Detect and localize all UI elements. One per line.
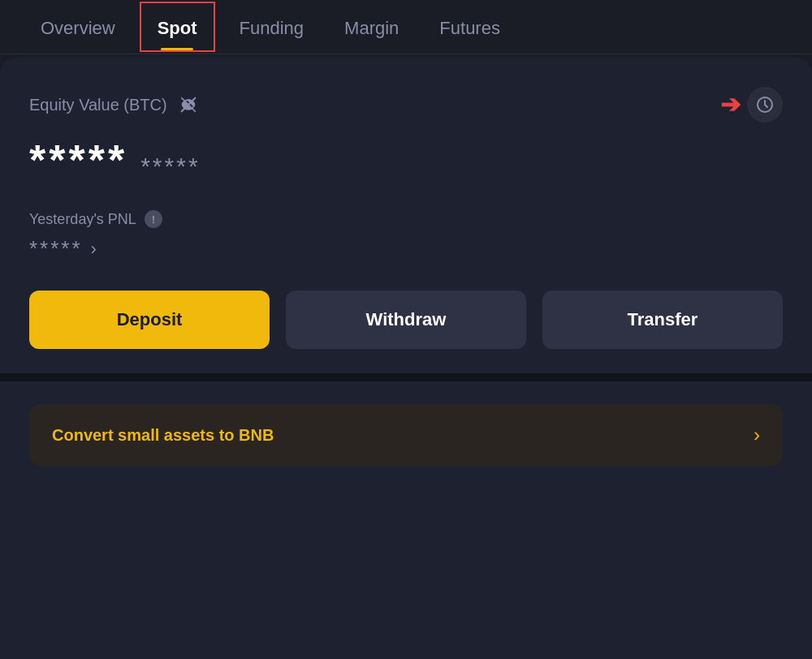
info-icon-text: !: [152, 213, 155, 226]
equity-header: Equity Value (BTC) ➔: [29, 87, 783, 123]
equity-value-row: ***** *****: [29, 136, 783, 184]
pnl-value-row: ***** ›: [29, 236, 783, 261]
tab-overview[interactable]: Overview: [24, 0, 132, 54]
pnl-value: *****: [29, 236, 83, 261]
transfer-button[interactable]: Transfer: [542, 291, 783, 349]
pnl-chevron-icon[interactable]: ›: [91, 239, 97, 260]
main-content: Equity Value (BTC) ➔: [0, 58, 812, 373]
pnl-section: Yesterday's PNL ! ***** ›: [29, 210, 783, 261]
convert-card[interactable]: Convert small assets to BNB ›: [29, 404, 783, 466]
tab-bar: Overview Spot Funding Margin Futures: [0, 0, 812, 54]
hide-balance-icon[interactable]: [177, 97, 200, 113]
action-buttons: Deposit Withdraw Transfer: [29, 291, 783, 349]
tab-funding[interactable]: Funding: [223, 0, 321, 54]
convert-text: Convert small assets to BNB: [52, 426, 274, 445]
equity-main-value: *****: [29, 136, 127, 184]
tab-margin[interactable]: Margin: [328, 0, 415, 54]
history-svg-icon: [755, 95, 775, 114]
withdraw-button[interactable]: Withdraw: [286, 291, 526, 349]
equity-label-row: Equity Value (BTC): [29, 96, 200, 114]
convert-chevron-icon: ›: [754, 424, 760, 446]
history-circle: [747, 87, 783, 123]
page-wrapper: Overview Spot Funding Margin Futures Equ…: [0, 0, 812, 659]
equity-sub-value: *****: [140, 153, 200, 180]
pnl-label: Yesterday's PNL: [29, 211, 136, 228]
tab-spot[interactable]: Spot: [140, 2, 215, 52]
convert-section: Convert small assets to BNB ›: [0, 381, 812, 659]
deposit-button[interactable]: Deposit: [29, 291, 270, 349]
tab-futures[interactable]: Futures: [423, 0, 516, 54]
eye-slash-svg: [177, 97, 200, 113]
equity-label: Equity Value (BTC): [29, 96, 167, 114]
arrow-right-icon: ➔: [720, 93, 741, 117]
pnl-info-icon[interactable]: !: [145, 210, 162, 228]
section-divider: [0, 373, 812, 381]
history-button[interactable]: ➔: [720, 87, 783, 123]
pnl-label-row: Yesterday's PNL !: [29, 210, 783, 228]
